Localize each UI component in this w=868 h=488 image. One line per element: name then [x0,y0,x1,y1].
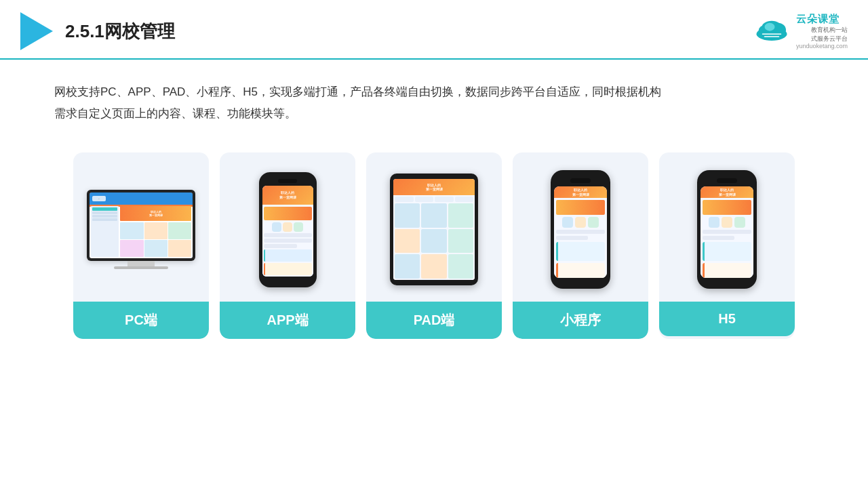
phone-card-2 [264,263,312,275]
logo-triangle-icon [20,12,53,50]
phone-banner [264,207,312,220]
phone-screen: 职达人的第一堂网课 [262,186,313,277]
mini-icon-1 [562,217,573,228]
h5-phone-mockup: 职达人的第一堂网课 [697,170,757,289]
mini-card-2 [556,263,605,278]
h5-icons-row [703,217,751,228]
svg-point-4 [764,23,774,31]
tablet-grid [395,203,473,279]
mini-icons-row [556,217,605,228]
card-mini-image: 职达人的第一堂网课 [513,152,648,302]
description-line2: 需求自定义页面上的内容、课程、功能模块等。 [54,103,814,125]
h5-icon-3 [734,217,745,228]
h5-line-1 [703,230,751,234]
header-left: 2.5.1网校管理 [20,12,175,50]
tablet-nav-4 [455,197,474,202]
card-h5-image: 职达人的第一堂网课 [659,152,795,302]
phone-icon-3 [294,222,303,232]
phone-icons-row [264,222,312,232]
mini-line-2 [556,236,588,240]
h5-body [701,198,753,278]
mini-icon-2 [575,217,586,228]
tablet-cell-7 [395,254,420,279]
tablet-cell-9 [448,254,473,279]
pc-screen: ... [87,190,195,261]
tablet-cell-2 [421,203,446,228]
h5-top-bar: 职达人的第一堂网课 [701,186,753,198]
mini-line-1 [556,230,605,234]
card-pc-image: ... [73,152,209,302]
description-block: 网校支持PC、APP、PAD、小程序、H5，实现多端打通，产品各终端自由切换，数… [0,60,868,139]
brand-tagline-1: 教育机构一站 [811,26,848,33]
phone-notch [278,179,297,183]
mini-notch [570,178,591,183]
card-app-label: APP端 [220,302,355,339]
cards-container: ... [0,139,868,359]
tablet-nav-2 [415,197,434,202]
mini-body [554,198,607,278]
mini-card-1 [556,242,605,261]
h5-line-2 [703,236,734,240]
page-title: 2.5.1网校管理 [65,20,175,43]
phone-line-3 [264,244,298,248]
phone-body [262,205,313,277]
tablet-cell-1 [395,203,420,228]
mini-phone-mockup: 职达人的第一堂网课 [551,170,610,289]
cloud-icon [751,19,792,43]
card-h5-label: H5 [659,302,795,336]
phone-card-1 [264,249,312,262]
card-pc-label: PC端 [73,302,209,339]
tablet-screen: 职达人的第一堂网课 [393,179,475,280]
card-h5: 职达人的第一堂网课 H5 [659,152,795,339]
card-mini: 职达人的第一堂网课 小程序 [513,152,648,339]
brand-icon-group: 云朵课堂 教育机构一站 式服务云平台 yunduoketang.com [751,13,848,49]
card-pad: 职达人的第一堂网课 [366,152,502,339]
tablet-body [393,195,475,280]
tablet-nav [395,197,473,202]
h5-icon-1 [709,217,719,228]
tablet-cell-4 [395,229,420,253]
phone-top-bar: 职达人的第一堂网课 [262,186,313,205]
tablet-mockup: 职达人的第一堂网课 [390,174,478,285]
h5-screen: 职达人的第一堂网课 [701,186,753,278]
tablet-nav-1 [395,197,414,202]
h5-banner [703,200,751,215]
app-phone-mockup: 职达人的第一堂网课 [259,172,317,287]
brand-logo: 云朵课堂 教育机构一站 式服务云平台 yunduoketang.com [751,13,848,49]
brand-name: 云朵课堂 教育机构一站 式服务云平台 yunduoketang.com [796,13,848,49]
tablet-cell-8 [421,254,446,279]
tablet-top-bar: 职达人的第一堂网课 [393,179,475,195]
mini-top-bar: 职达人的第一堂网课 [554,186,607,198]
tablet-nav-3 [435,197,454,202]
card-pad-label: PAD端 [366,302,502,339]
header-right: 云朵课堂 教育机构一站 式服务云平台 yunduoketang.com [751,13,848,49]
phone-icon-2 [283,222,292,232]
mini-icon-3 [588,217,599,228]
brand-tagline-2: 式服务云平台 [811,35,848,42]
brand-url: yunduoketang.com [796,43,848,49]
card-mini-label: 小程序 [513,302,648,339]
tablet-cell-5 [421,229,446,253]
phone-line-1 [264,233,312,237]
h5-icon-2 [722,217,732,228]
header: 2.5.1网校管理 云朵课堂 [0,0,868,60]
card-pad-image: 职达人的第一堂网课 [366,152,502,302]
card-app: 职达人的第一堂网课 [220,152,355,339]
phone-icon-1 [272,222,281,232]
phone-line-2 [264,239,312,243]
tablet-cell-6 [448,229,473,253]
description-line1: 网校支持PC、APP、PAD、小程序、H5，实现多端打通，产品各终端自由切换，数… [54,81,814,103]
h5-notch [717,178,737,183]
mini-screen: 职达人的第一堂网课 [554,186,607,278]
h5-card-2 [703,263,751,278]
h5-card-1 [703,242,751,261]
tablet-cell-3 [448,203,473,228]
card-app-image: 职达人的第一堂网课 [220,152,355,302]
mini-banner [556,200,605,215]
card-pc: ... [73,152,209,339]
